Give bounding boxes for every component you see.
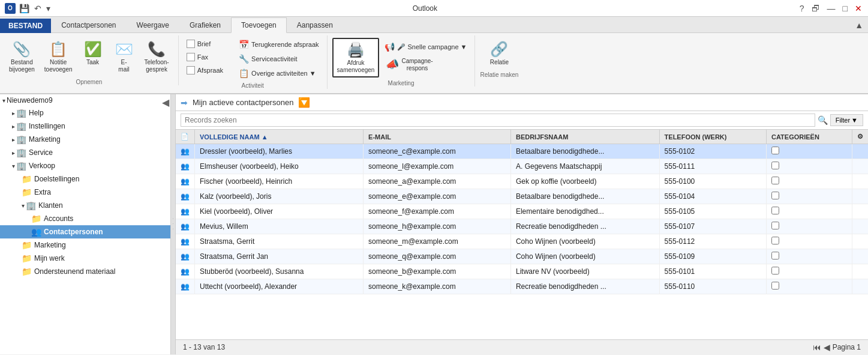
sidebar-item-accounts[interactable]: 📁 Accounts [0,212,170,225]
sidebar-item-service[interactable]: ▸ 🏢 Service [0,146,170,159]
sidebar-item-ondersteunend[interactable]: 📁 Ondersteunend materiaal [0,265,170,278]
afspraak-button[interactable]: Afspraak [184,64,226,76]
tab-weergave[interactable]: Weergave [127,17,179,33]
table-row[interactable]: 👥 Stubberöd (voorbeeld), Susanna someone… [176,264,868,279]
snelle-campagne-button[interactable]: 📢 🎤 Snelle campagne ▼ [382,40,470,53]
table-row[interactable]: 👥 Kalz (voorbeeld), Joris someone_e@exam… [176,189,868,204]
fax-button[interactable]: Fax [184,51,226,63]
sidebar-item-marketing[interactable]: ▸ 🏢 Marketing [0,133,170,146]
contact-icon: 👥 [181,267,190,276]
table-row[interactable]: 👥 Mevius, Willem someone_h@example.com R… [176,219,868,234]
table-row[interactable]: 👥 Elmsheuser (voorbeeld), Heiko someone_… [176,159,868,174]
taak-button[interactable]: ✅ Taak [78,38,108,76]
sidebar-item-marketing2[interactable]: 📁 Marketing [0,238,170,252]
row-categorieen-cell [767,189,852,204]
sidebar-collapse-button[interactable]: ◀ [162,97,169,108]
table-row[interactable]: 👥 Uttecht (voorbeeld), Alexander someone… [176,279,868,294]
categorieen-checkbox[interactable] [771,252,779,259]
overige-label: Overige activiteiten ▼ [251,70,316,77]
campagnerespons-button[interactable]: 📣 Campagne-respons [382,55,470,75]
bestand-bijvoegen-button[interactable]: 📎 Bestandbijvoegen [5,38,39,76]
sidebar-item-extra[interactable]: 📁 Extra [0,186,170,199]
notitie-toevoegen-button[interactable]: 📋 Notitietoevoegen [40,38,77,76]
maximize-button[interactable]: □ [842,2,849,14]
row-telefoon-cell: 555-0101 [659,264,766,279]
categorieen-checkbox[interactable] [771,222,779,229]
help-button[interactable]: ? [798,2,806,14]
search-input[interactable] [181,114,815,127]
tab-grafieken[interactable]: Grafieken [179,17,231,33]
table-row[interactable]: 👥 Kiel (voorbeeld), Oliver someone_f@exa… [176,204,868,219]
serviceactiviteit-button[interactable]: 🔧 Serviceactiviteit [236,52,322,65]
search-icon[interactable]: 🔍 [818,115,828,125]
row-email-cell: someone_b@example.com [364,264,511,279]
undo-button[interactable]: ↶ [33,2,43,14]
save-button[interactable]: 💾 [18,2,31,14]
note-icon: 📋 [49,41,67,58]
sidebar-item-klanten[interactable]: ▾ 🏢 Klanten [0,199,170,212]
categorieen-checkbox[interactable] [771,177,779,184]
close-button[interactable]: ✕ [854,2,863,14]
title-bar: O 💾 ↶ ▾ Outlook ? 🗗 — □ ✕ [0,0,868,17]
categorieen-checkbox[interactable] [771,192,779,199]
afdruk-samenvoegen-button[interactable]: 🖨️ Afdruksamenvoegen [332,38,380,77]
sidebar-item-verkoop[interactable]: ▾ 🏢 Verkoop [0,159,170,172]
sidebar-item-help[interactable]: ▸ 🏢 Help [0,106,170,120]
sidebar-item-doelstellingen[interactable]: 📁 Doelstellingen [0,172,170,186]
brief-button[interactable]: Brief [184,38,226,50]
opnemen-label: Opnemen [5,76,173,85]
filter-button[interactable]: Filter ▼ [830,114,863,126]
row-telefoon-cell: 555-0102 [659,144,766,159]
tab-bestand[interactable]: BESTAND [0,19,51,33]
categorieen-checkbox[interactable] [771,237,779,244]
row-bedrijfsnaam-cell: Betaalbare benodigdhede... [510,189,659,204]
row-bedrijfsnaam-cell: Betaalbare benodigdhede... [510,144,659,159]
accounts-icon: 📁 [31,214,41,223]
col-bedrijfsnaam-header[interactable]: BEDRIJFSNAAM [510,130,659,144]
sidebar: ◀ ▾ Nieuwedemo9 ▸ 🏢 Help ▸ 🏢 Instellinge… [0,94,171,354]
table-row[interactable]: 👥 Dressler (voorbeeld), Marlies someone_… [176,144,868,159]
sidebar-item-mijnwerk[interactable]: 📁 Mijn werk [0,252,170,265]
minimize-button[interactable]: — [826,2,837,14]
brief-label: Brief [197,40,211,47]
relatie-button[interactable]: 🔗 Relatie [480,38,518,69]
sidebar-item-contactpersonen[interactable]: 👥 Contactpersonen [0,225,170,238]
tab-aanpassen[interactable]: Aanpassen [287,17,343,33]
first-page-button[interactable]: ⏮ [813,342,821,352]
col-naam-header[interactable]: VOLLEDIGE NAAM ▲ [195,130,364,144]
row-extra-cell [852,144,869,159]
afspraak-checkbox [187,66,195,74]
email-button[interactable]: ✉️ E-mail [109,38,139,76]
col-icon-header[interactable]: 📄 [176,130,195,144]
table-row[interactable]: 👥 Straatsma, Gerrit Jan someone_q@exampl… [176,249,868,264]
sidebar-item-instellingen[interactable]: ▸ 🏢 Instellingen [0,120,170,133]
tab-toevoegen[interactable]: Toevoegen [231,17,287,33]
ribbon-content: 📎 Bestandbijvoegen 📋 Notitietoevoegen ✅ … [0,33,868,93]
tab-contactpersonen[interactable]: Contactpersonen [51,17,126,33]
terugkerende-afspraak-button[interactable]: 📅 Terugkerende afspraak [236,38,322,51]
row-naam-cell: Straatsma, Gerrit Jan [195,249,364,264]
categorieen-checkbox[interactable] [771,162,779,169]
ribbon-collapse-icon[interactable]: ▲ [850,18,868,32]
col-email-header[interactable]: E-MAIL [364,130,511,144]
categorieen-checkbox[interactable] [771,207,779,214]
overige-activiteiten-button[interactable]: 📋 Overige activiteiten ▼ [236,67,322,80]
categorieen-checkbox[interactable] [771,267,779,275]
nieuwedemo9-label: Nieuwedemo9 [7,96,53,105]
telefoongesprek-button[interactable]: 📞 Telefoon-gesprek [140,38,173,76]
restore-button[interactable]: 🗗 [810,2,821,14]
col-telefoon-header[interactable]: TELEFOON (WERK) [659,130,766,144]
redo-button[interactable]: ▾ [45,2,52,14]
prev-page-button[interactable]: ◀ [824,342,830,352]
categorieen-checkbox[interactable] [771,147,779,154]
table-row[interactable]: 👥 Straatsma, Gerrit someone_m@example.co… [176,234,868,249]
activiteit-label: Activiteit [184,80,322,89]
col-categorieen-header[interactable]: CATEGORIEËN [767,130,852,144]
view-dropdown-icon[interactable]: 🔽 [298,97,310,108]
col-filter-header[interactable]: ⚙ [852,130,869,144]
sidebar-item-nieuwedemo9[interactable]: ▾ Nieuwedemo9 [0,94,170,106]
categorieen-checkbox[interactable] [771,282,779,290]
table-row[interactable]: 👥 Fischer (voorbeeld), Heinrich someone_… [176,174,868,189]
view-header: ➡ Mijn actieve contactpersonen 🔽 [176,94,868,111]
sidebar-resize-handle[interactable]: · · · [171,94,176,354]
